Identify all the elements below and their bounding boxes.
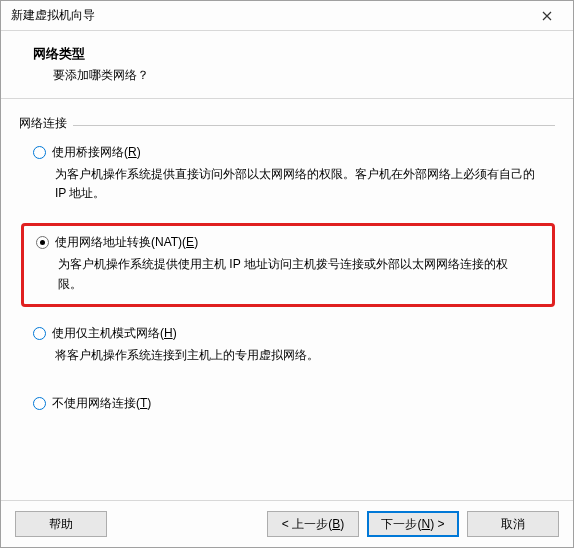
close-icon[interactable] (527, 4, 567, 28)
option-hostonly-label: 使用仅主机模式网络(H) (52, 325, 177, 342)
option-bridge-label: 使用桥接网络(R) (52, 144, 141, 161)
window-title: 新建虚拟机向导 (11, 7, 527, 24)
wizard-body: 网络连接 使用桥接网络(R) 为客户机操作系统提供直接访问外部以太网网络的权限。… (1, 99, 573, 500)
option-nat[interactable]: 使用网络地址转换(NAT)(E) 为客户机操作系统提供使用主机 IP 地址访问主… (30, 234, 546, 293)
option-bridge-desc: 为客户机操作系统提供直接访问外部以太网网络的权限。客户机在外部网络上必须有自己的… (55, 165, 539, 203)
wizard-window: 新建虚拟机向导 网络类型 要添加哪类网络？ 网络连接 使用桥接网络(R) 为客户… (0, 0, 574, 548)
titlebar: 新建虚拟机向导 (1, 1, 573, 31)
radio-nat[interactable] (36, 236, 49, 249)
wizard-footer: 帮助 < 上一步(B) 下一步(N) > 取消 (1, 500, 573, 547)
help-button[interactable]: 帮助 (15, 511, 107, 537)
radio-none[interactable] (33, 397, 46, 410)
option-bridge[interactable]: 使用桥接网络(R) 为客户机操作系统提供直接访问外部以太网网络的权限。客户机在外… (27, 144, 555, 203)
option-none[interactable]: 不使用网络连接(T) (27, 395, 555, 412)
next-button[interactable]: 下一步(N) > (367, 511, 459, 537)
wizard-header: 网络类型 要添加哪类网络？ (1, 31, 573, 99)
option-nat-desc: 为客户机操作系统提供使用主机 IP 地址访问主机拨号连接或外部以太网网络连接的权… (58, 255, 530, 293)
radio-hostonly[interactable] (33, 327, 46, 340)
page-title: 网络类型 (33, 45, 553, 63)
group-label: 网络连接 (19, 116, 71, 130)
group-divider (73, 125, 555, 126)
option-none-label: 不使用网络连接(T) (52, 395, 151, 412)
cancel-button[interactable]: 取消 (467, 511, 559, 537)
page-subtitle: 要添加哪类网络？ (53, 67, 553, 84)
back-button[interactable]: < 上一步(B) (267, 511, 359, 537)
option-hostonly-desc: 将客户机操作系统连接到主机上的专用虚拟网络。 (55, 346, 539, 365)
option-nat-label: 使用网络地址转换(NAT)(E) (55, 234, 198, 251)
option-hostonly[interactable]: 使用仅主机模式网络(H) 将客户机操作系统连接到主机上的专用虚拟网络。 (27, 325, 555, 365)
radio-bridge[interactable] (33, 146, 46, 159)
highlight-box: 使用网络地址转换(NAT)(E) 为客户机操作系统提供使用主机 IP 地址访问主… (21, 223, 555, 306)
